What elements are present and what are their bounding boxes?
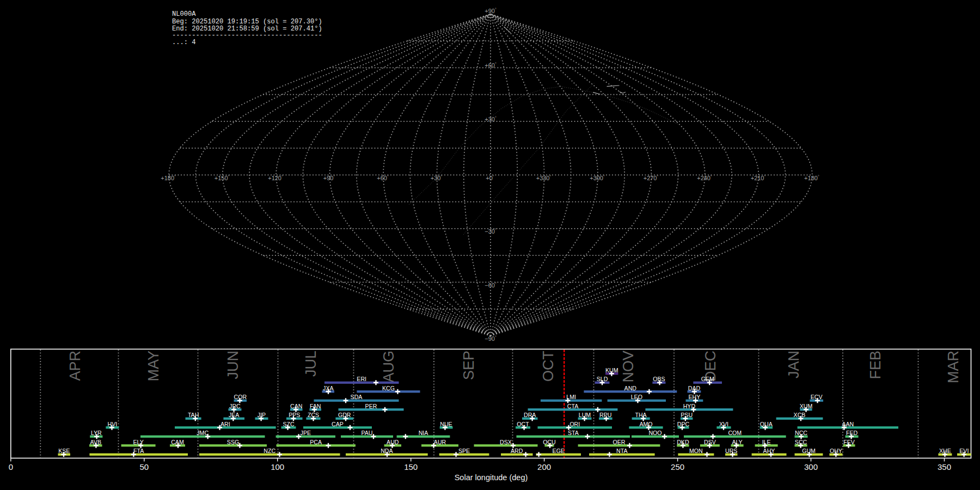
svg-text:SCC: SCC bbox=[795, 439, 807, 445]
svg-text:ERI: ERI bbox=[357, 376, 366, 382]
svg-text:CAP: CAP bbox=[332, 421, 344, 427]
svg-text:LUM: LUM bbox=[579, 412, 591, 418]
svg-text:NIA: NIA bbox=[419, 430, 429, 436]
svg-text:XVI: XVI bbox=[719, 421, 728, 427]
svg-text:LEO: LEO bbox=[631, 394, 642, 400]
svg-text:0: 0 bbox=[9, 462, 13, 471]
svg-text:OBS: OBS bbox=[653, 376, 665, 382]
svg-text:NL000A: NL000A bbox=[172, 10, 196, 18]
svg-text:JRC: JRC bbox=[229, 403, 241, 409]
svg-text:DKD: DKD bbox=[677, 439, 689, 445]
svg-text:NUE: NUE bbox=[440, 421, 452, 427]
svg-text:MAY: MAY bbox=[145, 351, 162, 382]
svg-text:ORI: ORI bbox=[569, 421, 580, 427]
svg-text:CAM: CAM bbox=[171, 439, 184, 445]
svg-text:JIP: JIP bbox=[258, 412, 266, 418]
svg-text:JPE: JPE bbox=[301, 430, 311, 436]
svg-text:−90°: −90° bbox=[485, 335, 497, 342]
svg-text:300: 300 bbox=[804, 462, 818, 471]
svg-text:SPE: SPE bbox=[458, 448, 470, 454]
svg-text:Beg: 20251020 19:19:15 (sol =: Beg: 20251020 19:19:15 (sol = 207.30°) bbox=[172, 18, 322, 26]
svg-text:AUR: AUR bbox=[434, 439, 446, 445]
svg-text:OHY: OHY bbox=[830, 448, 842, 454]
svg-text:LMI: LMI bbox=[566, 394, 576, 400]
svg-text:350: 350 bbox=[938, 462, 951, 471]
svg-text:PAU: PAU bbox=[362, 430, 373, 436]
svg-text:AUD: AUD bbox=[387, 439, 399, 445]
svg-text:FEB: FEB bbox=[867, 351, 884, 379]
svg-text:FED: FED bbox=[846, 430, 858, 436]
svg-text:AVB: AVB bbox=[90, 439, 101, 445]
svg-text:ARD: ARD bbox=[511, 448, 523, 454]
svg-text:LYR: LYR bbox=[91, 430, 102, 436]
svg-text:NOO: NOO bbox=[648, 430, 661, 436]
svg-text:50: 50 bbox=[139, 462, 149, 471]
svg-text:AMO: AMO bbox=[639, 421, 652, 427]
svg-text:SZC: SZC bbox=[283, 421, 295, 427]
svg-text:+90°: +90° bbox=[485, 8, 497, 14]
svg-text:+60°: +60° bbox=[485, 62, 497, 69]
svg-text:EVI: EVI bbox=[959, 448, 969, 454]
svg-text:+270°: +270° bbox=[644, 175, 659, 181]
svg-text:SSG: SSG bbox=[227, 439, 239, 445]
svg-text:100: 100 bbox=[271, 462, 284, 471]
svg-text:SLD: SLD bbox=[597, 376, 608, 382]
svg-text:HYD: HYD bbox=[683, 403, 696, 409]
svg-text:+300°: +300° bbox=[590, 175, 605, 181]
svg-text:DAD: DAD bbox=[688, 385, 701, 391]
svg-text:URS: URS bbox=[725, 448, 737, 454]
svg-text:FTA: FTA bbox=[133, 448, 144, 454]
svg-text:ILE: ILE bbox=[762, 439, 771, 445]
svg-text:NCC: NCC bbox=[795, 430, 807, 436]
svg-text:NTA: NTA bbox=[616, 448, 628, 454]
svg-text:QUA: QUA bbox=[760, 421, 773, 427]
svg-text:+90°: +90° bbox=[323, 175, 335, 181]
svg-text:COR: COR bbox=[234, 394, 247, 400]
svg-text:DSX: DSX bbox=[500, 439, 512, 445]
svg-text:AAN: AAN bbox=[842, 421, 854, 427]
svg-text:OER: OER bbox=[613, 439, 626, 445]
svg-text:+30°: +30° bbox=[431, 175, 443, 181]
svg-text:ELY: ELY bbox=[133, 439, 143, 445]
svg-text:+180°: +180° bbox=[804, 175, 819, 181]
svg-text:ALY: ALY bbox=[732, 439, 742, 445]
svg-text:KUM: KUM bbox=[605, 367, 618, 373]
svg-text:COM: COM bbox=[728, 430, 742, 436]
svg-text:250: 250 bbox=[671, 462, 684, 471]
svg-text:HVI: HVI bbox=[108, 421, 118, 427]
svg-text:DRA: DRA bbox=[524, 412, 536, 418]
svg-text:AND: AND bbox=[624, 385, 637, 391]
svg-text:EHY: EHY bbox=[689, 394, 701, 400]
svg-text:Solar longitude (deg): Solar longitude (deg) bbox=[455, 473, 528, 482]
svg-text:THA: THA bbox=[635, 412, 647, 418]
svg-text:OCT: OCT bbox=[540, 351, 556, 382]
svg-text:OCT: OCT bbox=[517, 421, 529, 427]
svg-text:KSE: KSE bbox=[58, 448, 70, 454]
svg-text:JEA: JEA bbox=[229, 412, 240, 418]
svg-text:+30°: +30° bbox=[485, 116, 497, 122]
svg-text:−60°: −60° bbox=[485, 282, 497, 289]
svg-text:MON: MON bbox=[689, 448, 703, 454]
svg-text:150: 150 bbox=[404, 462, 418, 471]
svg-text:+240°: +240° bbox=[697, 175, 712, 181]
svg-text:ARI: ARI bbox=[220, 421, 230, 427]
svg-text:RPU: RPU bbox=[599, 412, 611, 418]
svg-text:AUG: AUG bbox=[381, 351, 397, 383]
svg-text:TAH: TAH bbox=[188, 412, 199, 418]
svg-text:PPS: PPS bbox=[289, 412, 300, 418]
svg-text:NDA: NDA bbox=[381, 448, 393, 454]
svg-text:OCU: OCU bbox=[543, 439, 556, 445]
svg-text:GDR: GDR bbox=[338, 412, 351, 418]
svg-text:FAN: FAN bbox=[310, 403, 321, 409]
svg-text:ZCS: ZCS bbox=[308, 412, 319, 418]
svg-text:+210°: +210° bbox=[751, 175, 766, 181]
svg-text:JUL: JUL bbox=[303, 351, 319, 377]
svg-text:200: 200 bbox=[537, 462, 551, 471]
svg-text:CTA: CTA bbox=[567, 403, 579, 409]
svg-text:+330°: +330° bbox=[536, 175, 552, 181]
svg-text:XUM: XUM bbox=[800, 403, 813, 409]
svg-text:PCA: PCA bbox=[310, 439, 322, 445]
svg-text:DPC: DPC bbox=[677, 421, 690, 427]
svg-text:−30°: −30° bbox=[485, 228, 497, 235]
svg-text:NZC: NZC bbox=[264, 448, 275, 454]
